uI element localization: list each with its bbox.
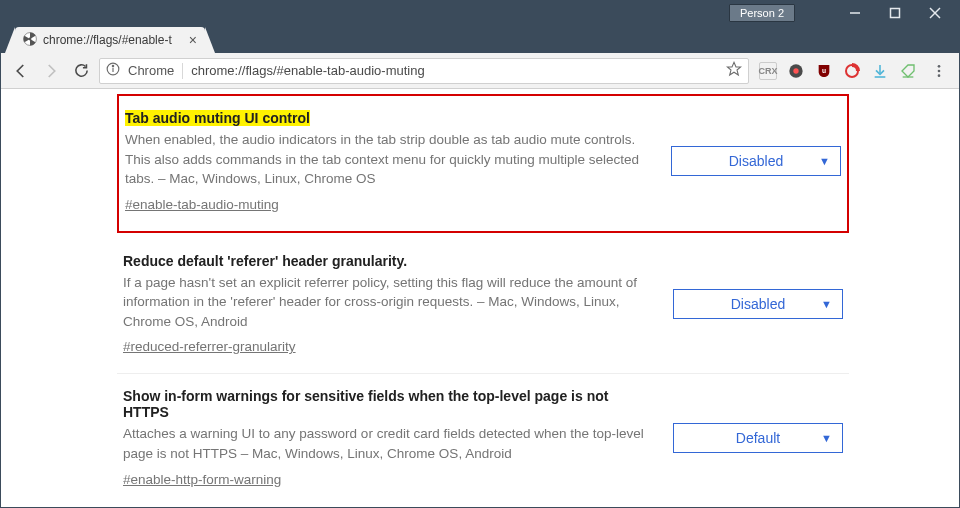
url-text: chrome://flags/#enable-tab-audio-muting (191, 63, 718, 78)
window-titlebar: Person 2 (1, 1, 959, 25)
browser-menu-button[interactable] (927, 59, 951, 83)
omnibox-separator (182, 63, 183, 79)
flag-item: Show in-form warnings for sensitive fiel… (117, 374, 849, 505)
svg-point-18 (938, 69, 941, 72)
profile-badge[interactable]: Person 2 (729, 4, 795, 22)
svg-point-8 (112, 65, 113, 66)
svg-point-11 (793, 68, 798, 73)
svg-marker-9 (727, 62, 740, 75)
bookmark-star-icon[interactable] (726, 61, 742, 80)
flag-item: Tab audio muting UI control When enabled… (117, 94, 849, 233)
flags-list: Tab audio muting UI control When enabled… (1, 89, 959, 507)
url-scheme-label: Chrome (128, 63, 174, 78)
flag-title: Tab audio muting UI control (125, 110, 310, 126)
browser-toolbar: Chrome chrome://flags/#enable-tab-audio-… (1, 53, 959, 89)
flag-anchor-link[interactable]: #reduced-referrer-granularity (123, 339, 296, 354)
reload-button[interactable] (69, 59, 93, 83)
browser-tab[interactable]: chrome://flags/#enable-t × (15, 27, 205, 53)
svg-rect-1 (891, 9, 900, 18)
flag-title: Reduce default 'referer' header granular… (123, 253, 655, 269)
flag-dropdown[interactable]: Disabled ▼ (671, 146, 841, 176)
chevron-down-icon: ▼ (819, 155, 830, 167)
extension-crx-icon[interactable]: CRX (759, 62, 777, 80)
chevron-down-icon: ▼ (821, 298, 832, 310)
extension-download-icon[interactable] (871, 62, 889, 80)
flag-dropdown[interactable]: Disabled ▼ (673, 289, 843, 319)
extension-icons: CRX u (755, 62, 921, 80)
address-bar[interactable]: Chrome chrome://flags/#enable-tab-audio-… (99, 58, 749, 84)
window-minimize-button[interactable] (835, 1, 875, 25)
svg-point-19 (938, 74, 941, 77)
extension-tag-icon[interactable] (899, 62, 917, 80)
info-icon[interactable] (106, 62, 120, 79)
window-close-button[interactable] (915, 1, 955, 25)
flag-anchor-link[interactable]: #enable-tab-audio-muting (125, 197, 279, 212)
flag-description: When enabled, the audio indicators in th… (125, 130, 653, 189)
flag-item: Reduce default 'referer' header granular… (117, 239, 849, 375)
extension-red-icon[interactable] (843, 62, 861, 80)
flag-dropdown-value: Default (736, 430, 780, 446)
forward-button[interactable] (39, 59, 63, 83)
flag-description: Attaches a warning UI to any password or… (123, 424, 655, 463)
svg-point-17 (938, 65, 941, 68)
flag-dropdown[interactable]: Default ▼ (673, 423, 843, 453)
window-maximize-button[interactable] (875, 1, 915, 25)
flag-description: If a page hasn't set an explicit referre… (123, 273, 655, 332)
page-viewport[interactable]: Reset all to default Tab audio muting UI… (1, 89, 959, 507)
chevron-down-icon: ▼ (821, 432, 832, 444)
extension-ublock-icon[interactable]: u (815, 62, 833, 80)
svg-text:u: u (822, 67, 826, 74)
tab-strip: chrome://flags/#enable-t × (1, 25, 959, 53)
tab-title: chrome://flags/#enable-t (43, 33, 185, 47)
back-button[interactable] (9, 59, 33, 83)
radiation-icon (23, 32, 37, 49)
flag-title: Show in-form warnings for sensitive fiel… (123, 388, 655, 420)
flag-dropdown-value: Disabled (729, 153, 783, 169)
extension-enhancer-icon[interactable] (787, 62, 805, 80)
tab-close-icon[interactable]: × (189, 32, 197, 48)
flag-dropdown-value: Disabled (731, 296, 785, 312)
flag-anchor-link[interactable]: #enable-http-form-warning (123, 472, 281, 487)
